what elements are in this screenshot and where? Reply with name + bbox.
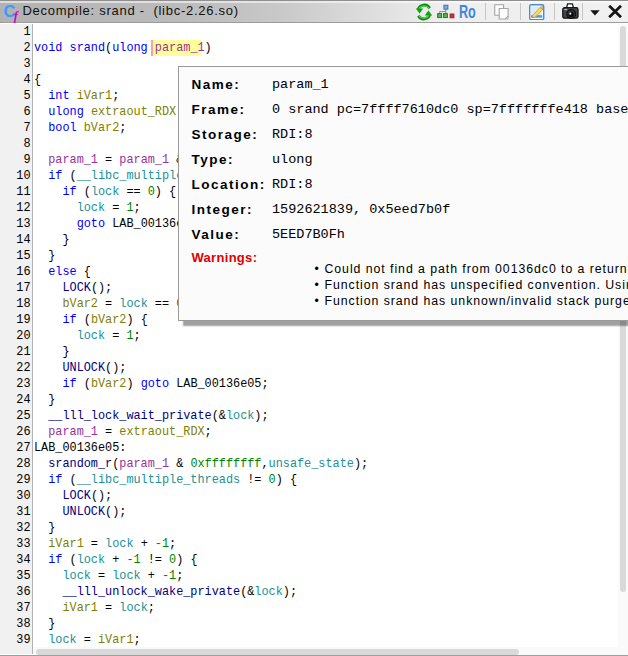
svg-text:f: f [13,9,19,23]
